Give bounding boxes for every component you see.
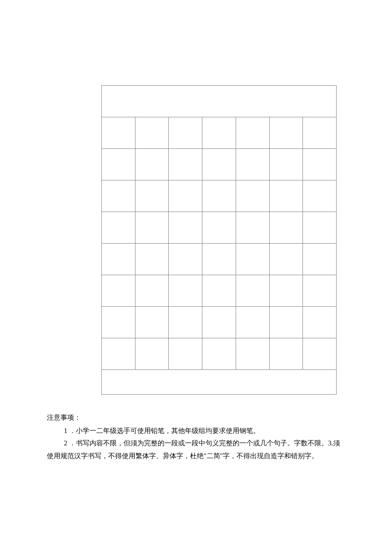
grid-cell [202,149,236,180]
grid-cell [135,212,169,244]
grid-cell [135,275,169,307]
grid-cell [202,117,236,149]
grid-cell [269,307,303,338]
grid-cell [303,307,337,338]
grid-cell [269,212,303,244]
grid-cell [269,180,303,212]
notes-section: 注意事项： 1 ．小学一二年级选手可使用铅笔，其他年级组均要求使用钢笔。 2 ．… [47,412,345,462]
grid-cell [236,275,269,307]
writing-grid-table [101,85,337,395]
footer-merged-cell [102,370,337,395]
grid-cell [236,338,269,370]
grid-cell [303,275,337,307]
note-prefix: 1 ． [64,427,76,434]
grid-cell [169,212,202,244]
table-row [102,149,337,180]
grid-cell [202,180,236,212]
grid-cell [135,180,169,212]
note-prefix: 2 ． [64,439,76,447]
grid-cell [169,338,202,370]
notes-title: 注意事项： [47,412,345,423]
grid-cell [102,244,135,275]
grid-cell [102,117,135,149]
grid-cell [169,244,202,275]
grid-cell [135,244,169,275]
grid-cell [236,117,269,149]
grid-cell [102,212,135,244]
grid-cell [135,307,169,338]
grid-cell [135,117,169,149]
grid-cell [269,244,303,275]
grid-cell [169,275,202,307]
grid-cell [269,149,303,180]
grid-cell [269,338,303,370]
grid-cell [236,149,269,180]
table-row [102,212,337,244]
table-row [102,117,337,149]
grid-cell [303,338,337,370]
grid-cell [135,149,169,180]
header-merged-cell [102,86,337,117]
grid-cell [102,149,135,180]
note-item-2-continuation: 使用规范汉字书写，不得使用繁体字、异体字，杜绝"二简"字，不得出现自造字和错别字… [47,450,345,462]
grid-cell [102,180,135,212]
grid-cell [303,180,337,212]
grid-cell [303,149,337,180]
table-row [102,338,337,370]
grid-cell [169,307,202,338]
grid-cell [303,212,337,244]
table-row [102,307,337,338]
grid-cell [269,275,303,307]
grid-cell [236,180,269,212]
grid-cell [102,275,135,307]
grid-cell [202,307,236,338]
grid-cell [169,149,202,180]
note-item-1: 1 ．小学一二年级选手可使用铅笔，其他年级组均要求使用钢笔。 [47,425,345,436]
grid-cell [269,117,303,149]
grid-cell [202,275,236,307]
note-item-2: 2 ．书写内容不限，但须为完整的一段或一段中句义完整的一个或几个句子。字数不限。… [47,437,345,449]
grid-cell [303,117,337,149]
grid-cell [102,338,135,370]
note-text: 小学一二年级选手可使用铅笔，其他年级组均要求使用钢笔。 [76,427,260,434]
grid-cell [303,244,337,275]
table-row [102,275,337,307]
table-row [102,180,337,212]
grid-cell [236,307,269,338]
table-header-row [102,86,337,117]
grid-cell [202,338,236,370]
grid-cell [202,244,236,275]
grid-cell [135,338,169,370]
grid-cell [102,307,135,338]
table-footer-row [102,370,337,395]
grid-cell [169,180,202,212]
table-row [102,244,337,275]
grid-cell [236,212,269,244]
note-text: 书写内容不限，但须为完整的一段或一段中句义完整的一个或几个句子。字数不限。3.须 [76,439,340,447]
grid-cell [169,117,202,149]
grid-cell [202,212,236,244]
grid-cell [236,244,269,275]
